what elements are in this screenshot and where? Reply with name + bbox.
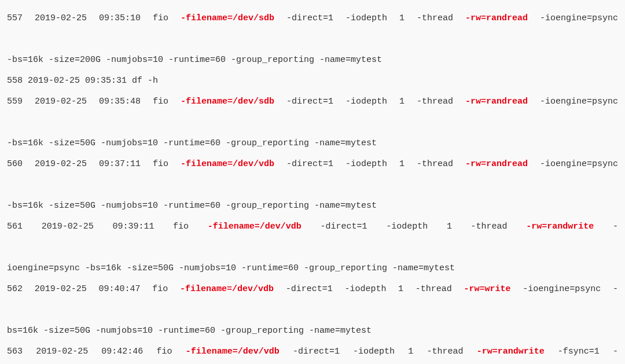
- command-arg: -direct=1 -iodepth 1 -thread: [286, 97, 453, 106]
- highlight-arg: -rw=randwrite: [526, 222, 594, 231]
- highlight-arg: -rw=randread: [465, 13, 528, 23]
- history-timestamp: 2019-02-25 09:42:46: [36, 347, 143, 356]
- command-name: fio: [153, 13, 168, 23]
- history-timestamp: 2019-02-25 09:40:47: [35, 284, 141, 294]
- history-line-cont: bs=16k -size=50G -numjobs=10 -runtime=60…: [7, 321, 618, 341]
- command-arg: -bs=16k -size=50G -numjobs=10 -runtime=6…: [7, 138, 377, 148]
- command-name: fio: [157, 347, 172, 356]
- history-number: 560: [7, 159, 23, 169]
- history-timestamp: 2019-02-25 09:37:11: [35, 159, 141, 169]
- history-number: 559: [7, 97, 23, 106]
- command-name: fio: [152, 284, 168, 294]
- highlight-arg: -filename=/dev/sdb: [181, 13, 274, 23]
- history-line: 561 2019-02-25 09:39:11 fio -filename=/d…: [7, 216, 618, 258]
- command-arg: bs=16k -size=50G -numjobs=10 -runtime=60…: [7, 326, 372, 336]
- highlight-arg: -filename=/dev/vdb: [181, 159, 274, 169]
- history-line-cont: -bs=16k -size=50G -numjobs=10 -runtime=6…: [7, 196, 618, 216]
- history-timestamp: 2019-02-25 09:35:10: [35, 13, 141, 23]
- history-line-cont: -bs=16k -size=200G -numjobs=10 -runtime=…: [7, 50, 618, 71]
- highlight-arg: -filename=/dev/vdb: [180, 284, 274, 294]
- command-arg: -ioengine=psync: [540, 97, 618, 106]
- highlight-arg: -rw=randread: [465, 159, 528, 169]
- history-number: 558: [7, 76, 23, 86]
- command-arg: -fsync=1 -: [558, 347, 618, 356]
- command-name: fio: [153, 97, 168, 106]
- history-number: 557: [7, 13, 23, 23]
- history-timestamp: 2019-02-25 09:39:11: [42, 222, 155, 231]
- highlight-arg: -rw=write: [464, 284, 511, 294]
- history-line: 560 2019-02-25 09:37:11 fio -filename=/d…: [7, 154, 618, 196]
- history-timestamp: 2019-02-25 09:35:31: [28, 76, 127, 86]
- highlight-arg: -filename=/dev/vdb: [186, 347, 280, 356]
- command-arg: -ioengine=psync: [540, 159, 618, 169]
- highlight-arg: -rw=randread: [465, 97, 528, 106]
- command-arg: -: [613, 222, 618, 231]
- command-arg: -bs=16k -size=50G -numjobs=10 -runtime=6…: [7, 201, 377, 211]
- highlight-arg: -filename=/dev/vdb: [208, 222, 302, 231]
- history-line: 562 2019-02-25 09:40:47 fio -filename=/d…: [7, 279, 618, 321]
- command-name: fio: [173, 222, 189, 231]
- command-arg: -direct=1 -iodepth 1 -thread: [293, 347, 464, 356]
- command-arg: -direct=1 -iodepth 1 -thread: [286, 159, 453, 169]
- history-number: 561: [7, 222, 23, 231]
- history-line: 563 2019-02-25 09:42:46 fio -filename=/d…: [7, 341, 618, 364]
- shell-history-output: 557 2019-02-25 09:35:10 fio -filename=/d…: [7, 8, 618, 364]
- history-line-cont: -bs=16k -size=50G -numjobs=10 -runtime=6…: [7, 133, 618, 154]
- command-arg: -direct=1 -iodepth 1 -thread: [286, 13, 453, 23]
- command-arg: -direct=1 -iodepth 1 -thread: [321, 222, 508, 231]
- highlight-arg: -filename=/dev/sdb: [181, 97, 274, 106]
- command-name: fio: [153, 159, 168, 169]
- history-timestamp: 2019-02-25 09:35:48: [35, 97, 141, 106]
- command-arg: -ioengine=psync -: [523, 284, 618, 294]
- command-arg: -bs=16k -size=200G -numjobs=10 -runtime=…: [7, 55, 382, 65]
- command-arg: ioengine=psync -bs=16k -size=50G -numjob…: [7, 263, 455, 273]
- history-line: 558 2019-02-25 09:35:31 df -h: [7, 71, 618, 91]
- history-number: 562: [7, 284, 23, 294]
- command-arg: -ioengine=psync: [540, 13, 618, 23]
- history-number: 563: [7, 347, 23, 356]
- highlight-arg: -rw=randwrite: [477, 347, 545, 356]
- history-line: 557 2019-02-25 09:35:10 fio -filename=/d…: [7, 8, 618, 50]
- history-line: 559 2019-02-25 09:35:48 fio -filename=/d…: [7, 91, 618, 133]
- history-line-cont: ioengine=psync -bs=16k -size=50G -numjob…: [7, 258, 618, 279]
- command-name: df -h: [132, 76, 158, 86]
- command-arg: -direct=1 -iodepth 1 -thread: [286, 284, 452, 294]
